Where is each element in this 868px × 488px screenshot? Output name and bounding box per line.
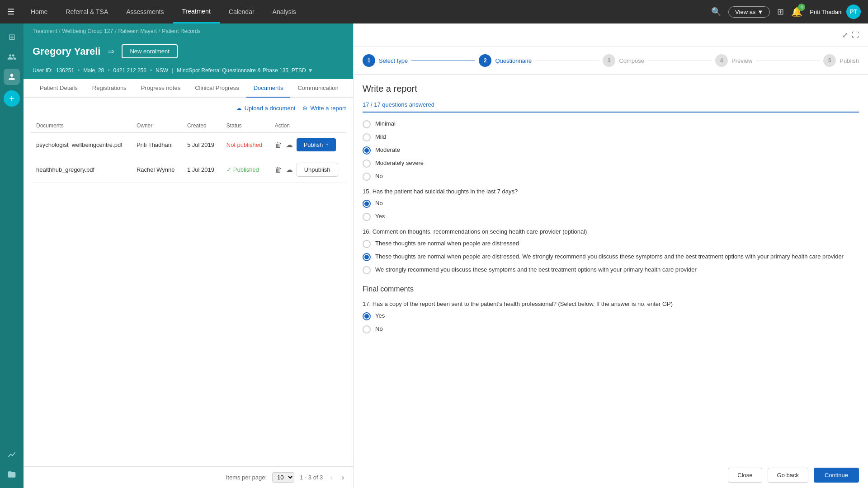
- prev-page-button[interactable]: ‹: [328, 473, 334, 483]
- next-page-button[interactable]: ›: [340, 473, 346, 483]
- unpublish-button-2[interactable]: Unpublish: [297, 163, 338, 177]
- delete-icon-2[interactable]: 🗑: [275, 166, 282, 174]
- step-5: 5 Publish: [823, 54, 859, 67]
- table-row: healthhub_gregory.pdf Rachel Wynne 1 Jul…: [31, 157, 346, 183]
- step-3: 3 Compose: [603, 54, 644, 67]
- tab-documents[interactable]: Documents: [246, 79, 291, 98]
- report-content: Write a report 17 / 17 questions answere…: [354, 75, 868, 462]
- patient-header: Gregory Yareli ⇒ New enrolment: [24, 39, 353, 66]
- write-report-button[interactable]: ⊕ Write a report: [302, 105, 346, 112]
- q16-option-3[interactable]: We strongly recommend you discuss these …: [363, 266, 859, 274]
- q16-option-2[interactable]: These thoughts are normal when people ar…: [363, 253, 859, 261]
- doc-actions-2: 🗑 ☁ Unpublish: [275, 163, 340, 177]
- breadcrumb-wellbeing[interactable]: Wellbeing Group 127: [62, 28, 113, 34]
- publish-button-1[interactable]: Publish ↑: [297, 138, 336, 151]
- top-navigation: ☰ Home Referral & TSA Assessments Treatm…: [0, 0, 868, 23]
- radio-q16-opt3: [363, 266, 371, 274]
- radio-minimal: [363, 120, 371, 128]
- fullscreen-icon[interactable]: ⛶: [852, 31, 859, 39]
- nav-right: 🔍 View as ▼ ⊞ 🔔 4 Priti Thadani PT: [711, 5, 861, 19]
- step-circle-4: 4: [715, 54, 728, 67]
- go-back-button[interactable]: Go back: [768, 468, 808, 483]
- phone: 0421 212 256: [113, 67, 146, 74]
- patient-tabs: Patient Details Registrations Progress n…: [24, 79, 353, 98]
- radio-q17-yes: [363, 312, 371, 320]
- radio-q16-opt1: [363, 240, 371, 248]
- menu-icon[interactable]: ☰: [7, 7, 14, 17]
- q15-no[interactable]: No: [363, 199, 859, 208]
- sidebar-item-dashboard[interactable]: ⊞: [4, 29, 20, 45]
- tab-patient-details[interactable]: Patient Details: [33, 79, 85, 98]
- tab-registrations[interactable]: Registrations: [85, 79, 134, 98]
- main-content: ⊞ + Treatment / Wellbeing Group 127 / Ra…: [0, 23, 868, 488]
- upload-icon-1[interactable]: ☁: [286, 141, 293, 149]
- user-name: Priti Thadani: [810, 9, 843, 15]
- expand-icon[interactable]: ⤢: [842, 31, 848, 39]
- severity-moderately-severe[interactable]: Moderately severe: [363, 159, 859, 168]
- grid-icon[interactable]: ⊞: [777, 7, 784, 17]
- search-icon[interactable]: 🔍: [711, 7, 721, 17]
- referral-link[interactable]: MindSpot Referral Questionnaire & Phase …: [177, 67, 313, 74]
- notification-badge: 4: [798, 4, 805, 11]
- report-panel: ⤢ ⛶ 1 Select type 2 Questionnaire 3 Comp…: [354, 23, 868, 488]
- nav-calendar[interactable]: Calendar: [220, 0, 264, 23]
- severity-moderate[interactable]: Moderate: [363, 146, 859, 155]
- user-info: Priti Thadani PT: [810, 5, 861, 19]
- patient-meta: User ID: 136251 • Male, 28 • 0421 212 25…: [24, 66, 353, 79]
- q16-option-1[interactable]: These thoughts are normal when people ar…: [363, 239, 859, 248]
- sidebar-item-users[interactable]: [4, 49, 20, 65]
- upload-icon-2[interactable]: ☁: [286, 165, 293, 174]
- left-sidebar: ⊞ +: [0, 23, 24, 488]
- nav-treatment[interactable]: Treatment: [173, 0, 220, 23]
- step-circle-3: 3: [603, 54, 615, 67]
- breadcrumb-raheem[interactable]: Raheem Mayert: [118, 28, 156, 34]
- nav-home[interactable]: Home: [22, 0, 57, 23]
- sidebar-item-add[interactable]: +: [4, 90, 20, 107]
- breadcrumb-treatment[interactable]: Treatment: [33, 28, 57, 34]
- upload-icon: ☁: [236, 105, 242, 112]
- items-per-page-select[interactable]: 10 25 50: [272, 472, 294, 483]
- q17-yes[interactable]: Yes: [363, 312, 859, 320]
- q17-no[interactable]: No: [363, 325, 859, 333]
- nav-assessments[interactable]: Assessments: [117, 0, 173, 23]
- step-circle-2: 2: [479, 54, 491, 67]
- upload-document-button[interactable]: ☁ Upload a document: [236, 105, 296, 112]
- sidebar-item-chart[interactable]: [4, 446, 20, 463]
- radio-q16-opt2: [363, 253, 371, 261]
- final-comments-title: Final comments: [363, 285, 859, 293]
- avatar[interactable]: PT: [846, 5, 861, 19]
- radio-mild: [363, 133, 371, 141]
- documents-content: ☁ Upload a document ⊕ Write a report Doc…: [24, 98, 353, 466]
- view-as-button[interactable]: View as ▼: [728, 6, 770, 18]
- radio-q15-no: [363, 200, 371, 208]
- doc-name-2: healthhub_gregory.pdf: [31, 157, 131, 183]
- q15-yes[interactable]: Yes: [363, 212, 859, 221]
- continue-button[interactable]: Continue: [814, 468, 859, 483]
- close-button[interactable]: Close: [728, 468, 762, 483]
- step-connector-1-2: [411, 61, 475, 61]
- nav-referral-tsa[interactable]: Referral & TSA: [57, 0, 117, 23]
- notifications-bell[interactable]: 🔔 4: [791, 6, 802, 17]
- step-label-4: Preview: [731, 57, 752, 64]
- delete-icon-1[interactable]: 🗑: [275, 141, 282, 149]
- tab-communication[interactable]: Communication: [290, 79, 345, 98]
- stepper: 1 Select type 2 Questionnaire 3 Compose …: [354, 47, 868, 75]
- upload-arrow-icon: ↑: [326, 141, 329, 148]
- questions-answered: 17 / 17 questions answered: [363, 101, 859, 113]
- pagination: Items per page: 10 25 50 1 - 3 of 3 ‹ ›: [24, 466, 353, 488]
- nav-analysis[interactable]: Analysis: [264, 0, 305, 23]
- severity-minimal[interactable]: Minimal: [363, 120, 859, 128]
- col-documents: Documents: [31, 119, 131, 133]
- tab-clinical-progress[interactable]: Clinical Progress: [188, 79, 246, 98]
- step-label-3: Compose: [619, 57, 644, 64]
- step-1: 1 Select type: [363, 54, 408, 67]
- items-per-page-label: Items per page:: [226, 474, 267, 481]
- tab-progress-notes[interactable]: Progress notes: [134, 79, 188, 98]
- sidebar-item-folder[interactable]: [4, 466, 20, 483]
- login-icon[interactable]: ⇒: [108, 47, 114, 56]
- severity-no[interactable]: No: [363, 172, 859, 181]
- severity-mild[interactable]: Mild: [363, 133, 859, 141]
- user-id: 136251: [56, 67, 74, 74]
- sidebar-item-person[interactable]: [4, 69, 20, 85]
- new-enrolment-button[interactable]: New enrolment: [122, 44, 177, 58]
